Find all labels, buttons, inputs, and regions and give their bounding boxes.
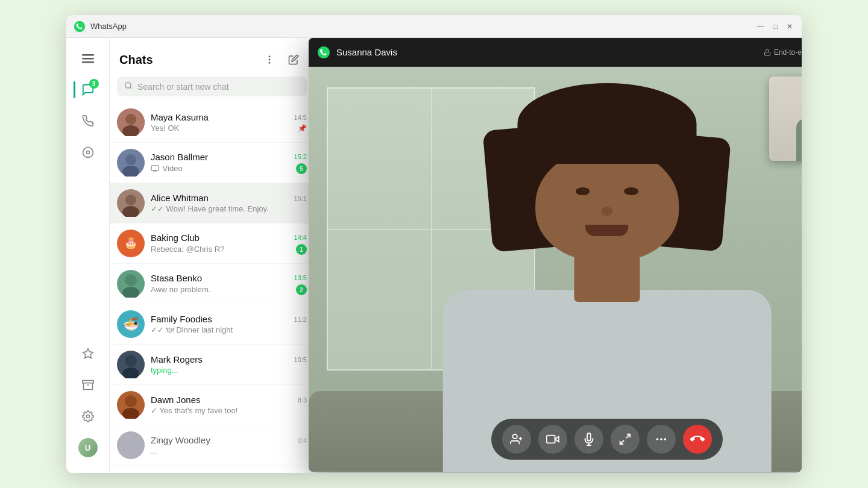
chat-preview-baking: Rebecca: @Chris R? [151,245,294,254]
user-avatar[interactable]: U [74,433,102,462]
self-view-pip [769,77,802,161]
avatar-alice [117,189,145,217]
chat-preview-zingy: ... [151,446,307,455]
sidebar-status-icon[interactable] [74,138,102,167]
search-icon [124,81,133,92]
svg-line-14 [130,87,132,89]
unread-badge-stasa: 2 [296,284,307,295]
icon-sidebar: 3 [66,38,110,473]
chats-header: Chats [110,38,314,77]
svg-point-55 [656,438,659,440]
chat-info-dawn: Dawn Jones 8:3 ✓ Yes that's my fave too! [151,395,307,415]
whatsapp-logo-icon [74,20,86,33]
chat-preview-maya: Yes! OK [151,124,295,133]
chat-item-family-foodies[interactable]: 🍜 Family Foodies 11:2 ✓✓ 🍽 Dinner last n… [110,304,314,345]
avatar-baking: 🎂 [117,230,145,257]
chat-preview-stasa: Aww no problem. [151,285,294,294]
chat-item-maya-kasuma[interactable]: Maya Kasuma 14:5 Yes! OK 📌 [110,102,314,143]
svg-text:🍜: 🍜 [123,316,140,332]
sidebar-archived-icon[interactable] [74,371,102,399]
avatar-zingy [117,431,145,459]
chat-preview-dawn: ✓ Yes that's my fave too! [151,406,307,415]
more-options-button[interactable] [647,425,676,454]
close-button[interactable]: ✕ [785,22,794,31]
chat-preview-mark: typing... [151,366,307,375]
svg-rect-3 [82,61,94,63]
svg-point-56 [660,438,662,440]
maximize-button[interactable]: □ [770,22,780,31]
svg-point-13 [125,83,131,88]
add-participant-button[interactable] [502,425,531,454]
pin-icon: 📌 [298,124,307,133]
chat-info-maya: Maya Kasuma 14:5 Yes! OK 📌 [151,112,307,133]
chat-info-zingy: Zingy Woodley 0:4 ... [151,435,307,455]
chat-time-stasa: 13:5 [294,274,307,281]
chat-time-maya: 14:5 [294,114,307,121]
sidebar-settings-icon[interactable] [74,402,102,431]
avatar-maya [117,108,145,136]
svg-point-10 [269,56,270,57]
sidebar-calls-icon[interactable] [74,107,102,136]
chat-item-dawn-jones[interactable]: Dawn Jones 8:3 ✓ Yes that's my fave too! [110,385,314,425]
chat-info-jason: Jason Ballmer 15:2 Video 5 [151,152,307,174]
chat-item-mark-rogers[interactable]: Mark Rogers 10:5 typing... [110,345,314,385]
sidebar-chats-icon[interactable]: 3 [74,75,102,104]
svg-point-36 [125,395,137,407]
minimize-button[interactable]: — [756,22,766,31]
sidebar-top-icons: 3 [66,44,109,339]
app-window: WhatsApp — □ ✕ 3 [66,15,802,473]
video-call-window: Susanna Davis End-to-end endcrypted — □ … [309,38,802,472]
chat-item-alice-whitman[interactable]: Alice Whitman 15:1 ✓✓ Wow! Have great ti… [110,183,314,224]
header-actions [259,49,304,70]
avatar-jason [117,149,145,177]
chat-name-dawn: Dawn Jones [151,395,201,405]
svg-point-44 [318,46,330,58]
chat-name-jason: Jason Ballmer [151,152,208,162]
sidebar-starred-icon[interactable] [74,339,102,368]
chat-item-baking-club[interactable]: 🎂 Baking Club 14:4 Rebecca: @Chris R? 1 [110,224,314,264]
svg-point-38 [117,431,145,459]
right-panel: Susanna Davis End-to-end endcrypted — □ … [315,38,802,473]
mute-mic-button[interactable] [574,425,603,454]
video-toggle-button[interactable] [538,425,567,454]
svg-point-46 [513,434,517,439]
svg-text:🎂: 🎂 [124,236,138,249]
svg-point-12 [269,63,270,64]
user-avatar-img: U [78,438,98,457]
chat-item-zingy-woodley[interactable]: Zingy Woodley 0:4 ... [110,425,314,466]
chat-name-maya: Maya Kasuma [151,112,209,122]
call-controls [491,419,723,460]
chat-time-zingy: 0:4 [298,437,307,444]
sidebar-bottom-icons: U [66,339,109,467]
chat-item-stasa-benko[interactable]: Stasa Benko 13:5 Aww no problem. 2 [110,264,314,304]
new-chat-button[interactable] [283,49,304,70]
chat-preview-jason: Video [151,164,294,174]
screen-share-button[interactable] [611,425,640,454]
search-input[interactable] [137,82,300,92]
svg-point-33 [125,355,137,367]
chat-item-jason-ballmer[interactable]: Jason Ballmer 15:2 Video 5 [110,143,314,183]
chat-name-baking: Baking Club [151,233,200,243]
chat-list: Maya Kasuma 14:5 Yes! OK 📌 [110,102,314,473]
main-content: 3 [66,38,802,473]
chat-name-alice: Alice Whitman [151,193,209,203]
chat-info-family: Family Foodies 11:2 ✓✓ 🍽 Dinner last nig… [151,314,307,334]
person-head [535,148,679,261]
svg-rect-1 [82,54,94,56]
chat-time-family: 11:2 [294,316,307,323]
menu-button[interactable] [259,49,280,70]
svg-point-5 [86,151,89,154]
svg-point-28 [125,274,137,286]
avatar-mark [117,351,145,378]
chat-info-mark: Mark Rogers 10:5 typing... [151,354,307,375]
unread-badge-baking: 1 [296,244,307,255]
chat-name-stasa: Stasa Benko [151,273,202,283]
svg-point-0 [74,20,85,31]
sidebar-menu-icon[interactable] [74,44,102,73]
chat-preview-family: ✓✓ 🍽 Dinner last night [151,325,307,334]
end-call-button[interactable] [683,425,712,454]
chat-list-panel: Chats [110,38,315,473]
main-video-feed [309,67,802,472]
chat-info-stasa: Stasa Benko 13:5 Aww no problem. 2 [151,273,307,295]
svg-rect-45 [764,52,770,55]
